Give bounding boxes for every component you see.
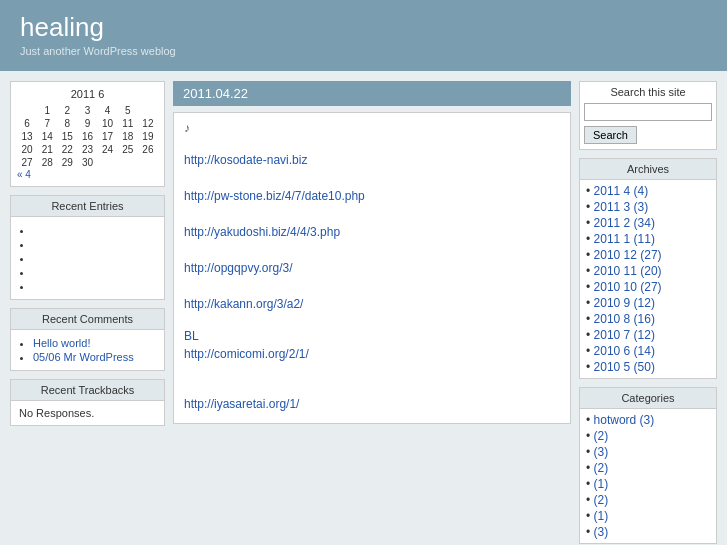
calendar-nav[interactable]: « 4 <box>17 169 158 180</box>
recent-entries-box: Recent Entries <box>10 195 165 300</box>
recent-comments-box: Recent Comments Hello world! 05/06 Mr Wo… <box>10 308 165 371</box>
list-item <box>33 251 156 265</box>
no-responses-text: No Responses. <box>19 407 94 419</box>
categories-list: hotword (3) (2) (3) (2) (1) (2) (1) (3) <box>580 409 716 543</box>
comment-link-2[interactable]: 05/06 Mr WordPress <box>33 351 134 363</box>
category-link[interactable]: (1) <box>594 477 609 491</box>
post-link-7[interactable]: http://iyasaretai.org/1/ <box>184 397 560 411</box>
archive-link[interactable]: 2010 5 (50) <box>594 360 655 374</box>
list-item: (1) <box>586 476 710 492</box>
site-subtitle: Just another WordPress weblog <box>20 45 707 57</box>
category-link[interactable]: (2) <box>594 429 609 443</box>
post-link-1[interactable]: http://kosodate-navi.biz <box>184 153 560 167</box>
list-item <box>33 237 156 251</box>
archive-link[interactable]: 2011 3 (3) <box>594 200 649 214</box>
search-title: Search this site <box>580 82 716 100</box>
archive-link[interactable]: 2011 2 (34) <box>594 216 655 230</box>
category-link[interactable]: hotword (3) <box>594 413 655 427</box>
post-note: ♪ <box>184 121 190 135</box>
recent-entries-list <box>19 223 156 293</box>
post-link-5[interactable]: http://kakann.org/3/a2/ <box>184 297 560 311</box>
archive-link[interactable]: 2010 10 (27) <box>594 280 662 294</box>
search-input[interactable] <box>584 103 712 121</box>
category-link[interactable]: (1) <box>594 509 609 523</box>
recent-comments-content: Hello world! 05/06 Mr WordPress <box>11 330 164 370</box>
post-link-2[interactable]: http://pw-stone.biz/4/7/date10.php <box>184 189 560 203</box>
list-item: 05/06 Mr WordPress <box>33 350 156 364</box>
comment-link[interactable]: Hello world! <box>33 337 90 349</box>
categories-box: Categories hotword (3) (2) (3) (2) (1) (… <box>579 387 717 544</box>
recent-trackbacks-content: No Responses. <box>11 401 164 425</box>
archive-link[interactable]: 2010 12 (27) <box>594 248 662 262</box>
list-item: (2) <box>586 492 710 508</box>
category-link[interactable]: (2) <box>594 493 609 507</box>
list-item: (3) <box>586 444 710 460</box>
archives-title: Archives <box>580 159 716 180</box>
list-item: 2011 1 (11) <box>586 231 710 247</box>
list-item <box>33 223 156 237</box>
category-link[interactable]: (3) <box>594 525 609 539</box>
post-link-3[interactable]: http://yakudoshi.biz/4/4/3.php <box>184 225 560 239</box>
list-item: 2010 5 (50) <box>586 359 710 375</box>
list-item: 2010 9 (12) <box>586 295 710 311</box>
categories-title: Categories <box>580 388 716 409</box>
list-item: 2010 8 (16) <box>586 311 710 327</box>
list-item: 2010 10 (27) <box>586 279 710 295</box>
site-header: healing Just another WordPress weblog <box>0 0 727 71</box>
list-item: 2011 3 (3) <box>586 199 710 215</box>
list-item: 2010 6 (14) <box>586 343 710 359</box>
list-item: 2010 11 (20) <box>586 263 710 279</box>
left-sidebar: 2011 6 12345 6789101112 13141516171819 2… <box>10 81 165 545</box>
recent-trackbacks-box: Recent Trackbacks No Responses. <box>10 379 165 426</box>
archive-link[interactable]: 2010 7 (12) <box>594 328 655 342</box>
post-link-6[interactable]: http://comicomi.org/2/1/ <box>184 347 560 361</box>
list-item: 2010 7 (12) <box>586 327 710 343</box>
post-body: ♪ http://kosodate-navi.biz http://pw-sto… <box>173 112 571 424</box>
post-link-4[interactable]: http://opgqpvy.org/3/ <box>184 261 560 275</box>
calendar-widget: 2011 6 12345 6789101112 13141516171819 2… <box>10 81 165 187</box>
archive-link[interactable]: 2010 11 (20) <box>594 264 662 278</box>
list-item: (2) <box>586 428 710 444</box>
calendar-title: 2011 6 <box>17 88 158 100</box>
recent-entries-title: Recent Entries <box>11 196 164 217</box>
list-item: 2011 4 (4) <box>586 183 710 199</box>
archive-link[interactable]: 2010 6 (14) <box>594 344 655 358</box>
recent-trackbacks-title: Recent Trackbacks <box>11 380 164 401</box>
recent-comments-list: Hello world! 05/06 Mr WordPress <box>19 336 156 364</box>
label-bl: BL <box>184 329 199 343</box>
list-item: (2) <box>586 460 710 476</box>
calendar-prev-link[interactable]: « 4 <box>17 169 31 180</box>
category-link[interactable]: (2) <box>594 461 609 475</box>
recent-entries-content <box>11 217 164 299</box>
list-item <box>33 279 156 293</box>
list-item: 2010 12 (27) <box>586 247 710 263</box>
main-content: 2011.04.22 ♪ http://kosodate-navi.biz ht… <box>173 81 571 545</box>
calendar-table: 12345 6789101112 13141516171819 20212223… <box>17 104 158 169</box>
site-title: healing <box>20 12 707 43</box>
list-item: 2011 2 (34) <box>586 215 710 231</box>
list-item <box>33 265 156 279</box>
search-button[interactable]: Search <box>584 126 637 144</box>
recent-comments-title: Recent Comments <box>11 309 164 330</box>
archives-box: Archives 2011 4 (4) 2011 3 (3) 2011 2 (3… <box>579 158 717 379</box>
archive-link[interactable]: 2010 9 (12) <box>594 296 655 310</box>
post-header: 2011.04.22 <box>173 81 571 106</box>
archive-link[interactable]: 2011 1 (11) <box>594 232 655 246</box>
list-item: (3) <box>586 524 710 540</box>
category-link[interactable]: (3) <box>594 445 609 459</box>
list-item: Hello world! <box>33 336 156 350</box>
archive-link[interactable]: 2010 8 (16) <box>594 312 655 326</box>
right-sidebar: Search this site Search Archives 2011 4 … <box>579 81 717 545</box>
list-item: (1) <box>586 508 710 524</box>
archives-list: 2011 4 (4) 2011 3 (3) 2011 2 (34) 2011 1… <box>580 180 716 378</box>
archive-link[interactable]: 2011 4 (4) <box>594 184 649 198</box>
list-item: hotword (3) <box>586 412 710 428</box>
search-box: Search this site Search <box>579 81 717 150</box>
